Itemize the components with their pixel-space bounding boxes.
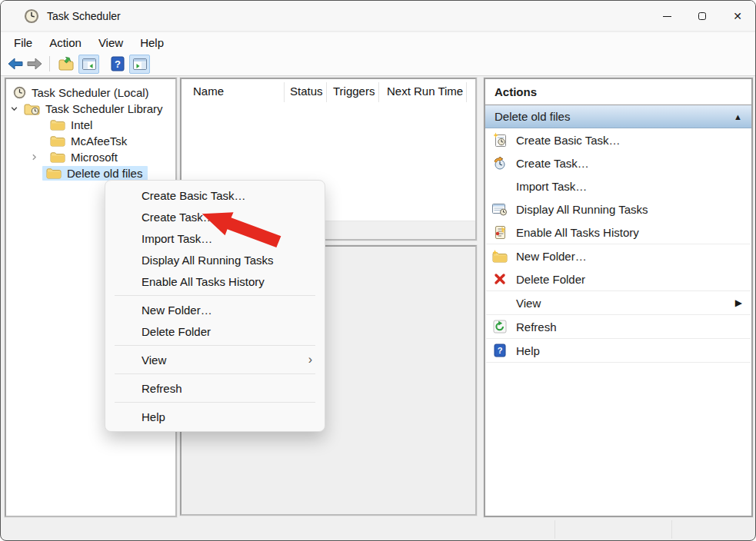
help-book-icon: ? xyxy=(111,56,125,71)
tasks-history-icon xyxy=(494,225,507,240)
help-button[interactable]: ? xyxy=(109,55,126,72)
column-next-run-time[interactable]: Next Run Time xyxy=(387,85,463,98)
column-separator[interactable] xyxy=(284,82,285,102)
action-delete-folder[interactable]: Delete Folder xyxy=(485,267,751,290)
svg-text:?: ? xyxy=(115,58,121,70)
column-separator[interactable] xyxy=(466,82,467,102)
export-folder-icon xyxy=(58,57,74,71)
back-button[interactable] xyxy=(7,58,23,70)
column-separator[interactable] xyxy=(378,82,379,102)
folder-icon xyxy=(50,151,65,163)
statusbar-divider xyxy=(671,520,672,539)
actions-group-label: Delete old files xyxy=(495,110,570,123)
context-create-basic-task[interactable]: Create Basic Task… xyxy=(105,184,325,206)
close-button[interactable]: ✕ xyxy=(720,1,755,32)
submenu-chevron-icon: › xyxy=(308,353,312,367)
minimize-button[interactable] xyxy=(649,1,684,32)
tree-item-delete-old-files[interactable]: Delete old files xyxy=(6,165,175,181)
tree-item-intel[interactable]: Intel xyxy=(6,117,175,133)
tree-item-label: McAfeeTsk xyxy=(71,134,127,148)
back-arrow-icon xyxy=(8,58,23,70)
close-icon: ✕ xyxy=(733,10,742,22)
action-label: New Folder… xyxy=(516,250,587,263)
svg-text:?: ? xyxy=(498,346,503,355)
action-view[interactable]: View ▶ xyxy=(485,291,751,314)
action-refresh[interactable]: Refresh xyxy=(485,315,751,338)
context-refresh[interactable]: Refresh xyxy=(105,377,325,399)
maximize-button[interactable] xyxy=(684,1,720,32)
tree-root-task-scheduler-local[interactable]: Task Scheduler (Local) xyxy=(6,85,175,101)
action-label: Delete Folder xyxy=(516,273,585,286)
context-enable-all-tasks-history[interactable]: Enable All Tasks History xyxy=(105,270,325,292)
delete-folder-icon xyxy=(494,273,506,285)
clock-icon xyxy=(13,86,26,99)
column-name[interactable]: Name xyxy=(193,85,224,98)
context-new-folder[interactable]: New Folder… xyxy=(105,299,325,320)
tree-item-task-scheduler-library[interactable]: Task Scheduler Library xyxy=(6,101,175,117)
action-help[interactable]: ? Help xyxy=(485,339,751,362)
menu-separator xyxy=(115,295,315,296)
toolbar-separator xyxy=(49,56,50,71)
action-new-folder[interactable]: New Folder… xyxy=(485,244,751,267)
folder-icon xyxy=(50,119,65,131)
folder-icon xyxy=(50,135,65,147)
action-label: Import Task… xyxy=(516,180,587,193)
context-help[interactable]: Help xyxy=(105,406,325,427)
column-status[interactable]: Status xyxy=(290,85,323,98)
app-clock-icon xyxy=(24,8,39,24)
action-enable-all-tasks-history[interactable]: Enable All Tasks History xyxy=(485,221,751,244)
action-create-basic-task[interactable]: Create Basic Task… xyxy=(485,128,751,151)
submenu-arrow-icon: ▶ xyxy=(735,297,742,308)
show-console-tree-button[interactable] xyxy=(78,55,99,74)
context-menu: Create Basic Task… Create Task… Import T… xyxy=(105,180,325,432)
menu-file[interactable]: File xyxy=(5,35,41,51)
column-separator[interactable] xyxy=(326,82,327,102)
window-title: Task Scheduler xyxy=(47,10,121,22)
empty-icon-slot xyxy=(491,178,508,194)
tree-item-label: Intel xyxy=(71,118,92,131)
chevron-down-icon[interactable] xyxy=(10,105,18,113)
menu-action[interactable]: Action xyxy=(41,35,90,51)
context-display-all-running-tasks[interactable]: Display All Running Tasks xyxy=(105,249,325,270)
action-label: Create Task… xyxy=(516,157,589,170)
forward-arrow-icon xyxy=(27,58,42,70)
forward-button[interactable] xyxy=(26,58,42,70)
menu-help[interactable]: Help xyxy=(132,35,172,51)
show-action-pane-button[interactable] xyxy=(129,55,150,74)
library-folder-clock-icon xyxy=(24,103,40,115)
action-import-task[interactable]: Import Task… xyxy=(485,174,751,197)
action-create-task[interactable]: Create Task… xyxy=(485,151,751,174)
context-delete-folder[interactable]: Delete Folder xyxy=(105,320,325,342)
actions-group-header[interactable]: Delete old files ▲ xyxy=(485,105,751,128)
column-triggers[interactable]: Triggers xyxy=(333,85,375,98)
chevron-right-icon[interactable] xyxy=(30,153,38,161)
console-tree-icon xyxy=(82,58,96,70)
empty-icon-slot xyxy=(491,295,508,310)
tree-selection-highlight: Delete old files xyxy=(42,166,148,181)
tree-item-label: Delete old files xyxy=(67,167,142,180)
collapse-caret-icon[interactable]: ▲ xyxy=(734,112,742,121)
action-label: Refresh xyxy=(516,320,557,334)
tree-item-mcafeetsk[interactable]: McAfeeTsk xyxy=(6,133,175,149)
menu-separator xyxy=(115,402,315,403)
actions-separator xyxy=(486,362,751,363)
menu-view[interactable]: View xyxy=(90,35,132,51)
action-label: Help xyxy=(516,344,540,357)
menu-separator xyxy=(115,373,315,374)
titlebar: Task Scheduler ✕ xyxy=(1,1,755,32)
tree-item-label: Microsoft xyxy=(71,151,118,164)
context-view[interactable]: View › xyxy=(105,349,325,370)
context-view-label: View xyxy=(142,353,166,367)
display-running-tasks-icon xyxy=(492,203,508,216)
action-display-all-running-tasks[interactable]: Display All Running Tasks xyxy=(485,197,751,221)
maximize-icon xyxy=(698,12,706,20)
statusbar-divider xyxy=(555,520,555,539)
export-list-button[interactable] xyxy=(58,56,75,71)
tree-item-microsoft[interactable]: Microsoft xyxy=(6,149,175,165)
tree-item-label: Task Scheduler Library xyxy=(45,102,163,115)
context-create-task[interactable]: Create Task… xyxy=(105,206,325,227)
actions-panel: Actions Delete old files ▲ Create Basic … xyxy=(484,78,753,517)
task-scheduler-window: Task Scheduler ✕ File Action View Help xyxy=(0,0,756,541)
context-import-task[interactable]: Import Task… xyxy=(105,227,325,249)
task-list-header: Name Status Triggers Next Run Time xyxy=(182,79,475,102)
